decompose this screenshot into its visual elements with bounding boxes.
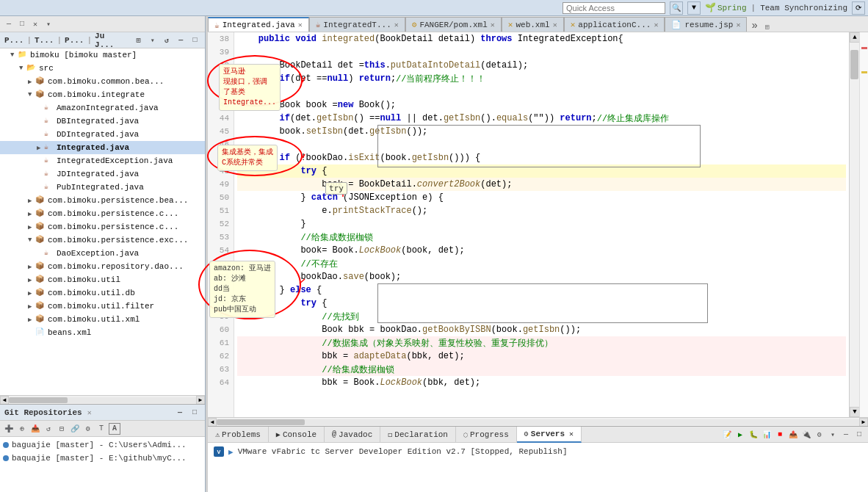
editor-split-icon[interactable]: ⊞ bbox=[762, 23, 773, 32]
server-maximize-icon[interactable]: □ bbox=[853, 429, 865, 441]
tree-item-persistence-c1[interactable]: ▶ 📦 com.bimoku.persistence.c... bbox=[0, 207, 205, 220]
bottom-tab-servers[interactable]: ⚙ Servers ✕ bbox=[517, 427, 582, 443]
tree-hscrollbar[interactable]: ◀ ▶ bbox=[0, 395, 205, 404]
tree-item-persistence-c2[interactable]: ▶ 📦 com.bimoku.persistence.c... bbox=[0, 220, 205, 234]
tree-item-beans-xml[interactable]: ▶ 📄 beans.xml bbox=[0, 326, 205, 339]
tree-item-src[interactable]: ▼ 📂 src bbox=[0, 62, 205, 75]
git-maximize-icon[interactable]: □ bbox=[189, 407, 200, 419]
server-toolbar-stop-icon[interactable]: ■ bbox=[774, 429, 786, 441]
tab-web-xml[interactable]: ✕ web.xml ✕ bbox=[502, 17, 564, 32]
git-link-icon[interactable]: 🔗 bbox=[69, 423, 81, 435]
quick-access-input[interactable] bbox=[563, 2, 665, 14]
tab-integrated-java[interactable]: ☕ Integrated.java ✕ bbox=[208, 17, 309, 32]
pkg-explorer-tab-ju[interactable]: Ju J... bbox=[95, 32, 127, 49]
tree-minimize-icon[interactable]: — bbox=[176, 35, 187, 46]
window-options-icon[interactable]: ▼ bbox=[687, 1, 701, 15]
tree-item-dd-integrated[interactable]: ▶ ☕ DDIntegrated.java bbox=[0, 128, 205, 141]
git-item-baguajie2[interactable]: baquajie [master] - E:\github\myC... bbox=[3, 452, 202, 465]
tree-item-integrated[interactable]: ▶ ☕ Integrated.java bbox=[0, 141, 205, 154]
tab-pom-xml[interactable]: ⚙ FANGER/pom.xml ✕ bbox=[405, 17, 502, 32]
tree-item-common-bea[interactable]: ▶ 📦 com.bimoku.common.bea... bbox=[0, 75, 205, 88]
git-item-baguajie1[interactable]: baguajie [master] - C:\Users\Admi... bbox=[3, 438, 202, 452]
pkg-explorer-tab-p2[interactable]: P... bbox=[65, 36, 84, 45]
tab-close-6[interactable]: ✕ bbox=[736, 21, 740, 29]
tree-hscroll-left[interactable]: ◀ bbox=[0, 396, 9, 405]
server-toolbar-start-icon[interactable]: ▶ bbox=[734, 429, 746, 441]
tree-item-db-integrated[interactable]: ▶ ☕ DBIntegrated.java bbox=[0, 115, 205, 128]
tab-close-4[interactable]: ✕ bbox=[553, 21, 557, 29]
tree-item-persistence-bea[interactable]: ▶ 📦 com.bimoku.persistence.bea... bbox=[0, 194, 205, 207]
tree-item-util-db[interactable]: ▶ 📦 com.bimoku.util.db bbox=[0, 286, 205, 300]
tree-hscroll-right[interactable]: ▶ bbox=[196, 396, 205, 405]
git-text2-icon[interactable]: A bbox=[109, 423, 120, 435]
scroll-thumb[interactable] bbox=[850, 50, 858, 79]
tab-close-3[interactable]: ✕ bbox=[491, 21, 495, 29]
close-left-icon[interactable]: ✕ bbox=[29, 18, 41, 30]
bottom-tab-declaration[interactable]: ◻ Declaration bbox=[380, 427, 456, 443]
server-toolbar-debug-icon[interactable]: 🐛 bbox=[748, 429, 759, 441]
code-hscroll-thumb[interactable] bbox=[217, 419, 305, 425]
git-minimize-icon[interactable]: — bbox=[174, 407, 186, 419]
server-item-vmware[interactable]: V ▶ VMware vFabric tc Server Developer E… bbox=[214, 444, 862, 459]
server-minimize-icon[interactable]: — bbox=[840, 429, 852, 441]
maximize-left-icon[interactable]: □ bbox=[16, 18, 28, 30]
pkg-explorer-tab-p[interactable]: P... bbox=[4, 36, 23, 45]
git-collapse-icon[interactable]: ⊟ bbox=[56, 423, 68, 435]
bottom-tab-console[interactable]: ▶ Console bbox=[269, 427, 325, 443]
pkg-explorer-tab-t[interactable]: T... bbox=[35, 36, 54, 45]
tab-resume-jsp[interactable]: 📄 resume.jsp ✕ bbox=[665, 17, 747, 32]
git-text-icon[interactable]: T bbox=[95, 423, 107, 435]
git-add-icon[interactable]: ➕ bbox=[3, 423, 15, 435]
tab-close-1[interactable]: ✕ bbox=[298, 21, 303, 29]
tab-application-c[interactable]: ✕ applicationC... ✕ bbox=[564, 17, 665, 32]
tree-item-amazon-integrated[interactable]: ▶ ☕ AmazonIntegrated.java bbox=[0, 101, 205, 115]
tree-item-integrate[interactable]: ▼ 📦 com.bimoku.integrate bbox=[0, 88, 205, 101]
tree-toolbar-icon[interactable]: ⊞ bbox=[133, 35, 144, 46]
code-hscrollbar[interactable]: ◀ ▶ bbox=[208, 417, 868, 426]
tree-item-jd-integrated[interactable]: ▶ ☕ JDIntegrated.java bbox=[0, 167, 205, 181]
tree-item-dao-exception[interactable]: ▶ ☕ DaoException.java bbox=[0, 247, 205, 260]
tree-item-util-xml[interactable]: ▶ 📦 com.bimoku.util.xml bbox=[0, 313, 205, 326]
scroll-up-btn[interactable]: ▲ bbox=[850, 32, 860, 43]
server-toolbar-menu-icon[interactable]: ▾ bbox=[827, 429, 839, 441]
tree-item-bimoku[interactable]: ▼ 📁 bimoku [bimoku master] bbox=[0, 48, 205, 62]
git-refresh-icon[interactable]: ↺ bbox=[43, 423, 54, 435]
tab-close-5[interactable]: ✕ bbox=[654, 21, 658, 29]
tree-item-util[interactable]: ▶ 📦 com.bimoku.util bbox=[0, 273, 205, 286]
tree-item-pub-integrated[interactable]: ▶ ☕ PubIntegrated.java bbox=[0, 181, 205, 194]
tree-collapse-icon[interactable]: ▾ bbox=[147, 35, 158, 46]
tree-hscroll-thumb[interactable] bbox=[9, 397, 68, 403]
tree-refresh-icon[interactable]: ↺ bbox=[161, 35, 172, 46]
minimize-left-icon[interactable]: — bbox=[3, 18, 15, 30]
tab-integratedt[interactable]: ☕ IntegratedT... ✕ bbox=[309, 17, 405, 32]
server-toolbar-new-icon[interactable]: 📝 bbox=[721, 429, 733, 441]
code-content[interactable]: public void integrated(BookDetail detail… bbox=[234, 32, 849, 417]
tree-maximize-icon[interactable]: □ bbox=[189, 35, 200, 46]
bottom-tab-javadoc[interactable]: @ Javadoc bbox=[325, 427, 380, 443]
server-toolbar-settings-icon[interactable]: ⚙ bbox=[814, 429, 825, 441]
code-hscroll-right[interactable]: ▶ bbox=[859, 418, 868, 427]
code-hscroll-track[interactable] bbox=[217, 419, 859, 425]
tree-item-persistence-exc[interactable]: ▼ 📦 com.bimoku.persistence.exc... bbox=[0, 234, 205, 247]
bottom-tab-problems[interactable]: ⚠ Problems bbox=[208, 427, 269, 443]
tree-item-util-filter[interactable]: ▶ 📦 com.bimoku.util.filter bbox=[0, 300, 205, 313]
server-toolbar-disconnect-icon[interactable]: 🔌 bbox=[800, 429, 812, 441]
tree-hscroll-track[interactable] bbox=[9, 397, 196, 403]
tree-item-integrated-exception[interactable]: ▶ ☕ IntegratedException.java bbox=[0, 154, 205, 167]
git-clone-icon[interactable]: ⊕ bbox=[16, 423, 28, 435]
code-hscroll-left[interactable]: ◀ bbox=[208, 418, 217, 427]
tree-item-repository-dao[interactable]: ▶ 📦 com.bimoku.repository.dao... bbox=[0, 260, 205, 273]
git-settings-icon[interactable]: ⚙ bbox=[82, 423, 94, 435]
tab-overflow-menu[interactable]: » bbox=[747, 20, 762, 32]
git-import-icon[interactable]: 📥 bbox=[29, 423, 41, 435]
servers-close-icon[interactable]: ✕ bbox=[569, 430, 574, 438]
team-sync-icon[interactable]: ⟳ bbox=[852, 1, 865, 15]
view-menu-icon[interactable]: ▾ bbox=[43, 18, 54, 30]
bottom-tab-progress[interactable]: ◌ Progress bbox=[456, 427, 517, 443]
tab-close-2[interactable]: ✕ bbox=[394, 21, 399, 29]
scroll-track[interactable] bbox=[850, 43, 859, 407]
scroll-down-btn[interactable]: ▼ bbox=[850, 407, 860, 417]
server-toolbar-profile-icon[interactable]: 📊 bbox=[761, 429, 773, 441]
quick-access-search-icon[interactable]: 🔍 bbox=[670, 1, 683, 15]
server-toolbar-publish-icon[interactable]: 📤 bbox=[787, 429, 799, 441]
